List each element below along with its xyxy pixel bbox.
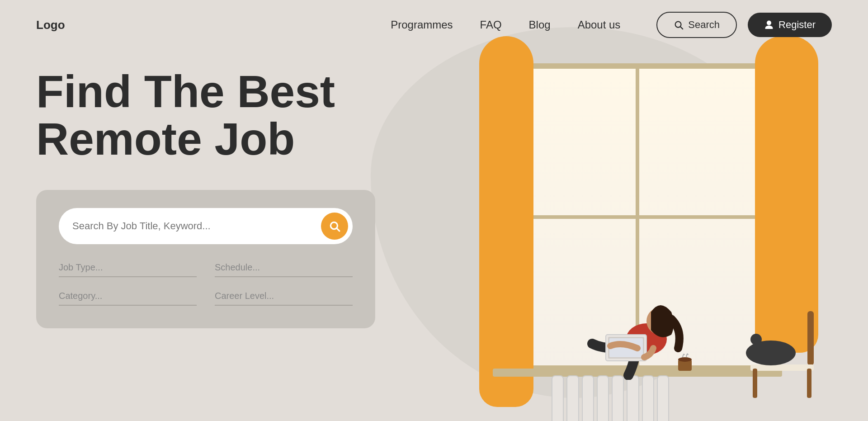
nav-links: Programmes FAQ Blog About us xyxy=(391,19,620,31)
nav-item-programmes[interactable]: Programmes xyxy=(391,19,453,31)
search-panel: Job Type... Schedule... Category... Care… xyxy=(36,190,375,328)
user-icon xyxy=(764,20,774,30)
radiator-col-7 xyxy=(642,375,654,421)
radiator-col-1 xyxy=(552,375,564,421)
hero-headline-line1: Find The Best xyxy=(36,66,335,117)
radiator-col-4 xyxy=(597,375,609,421)
filter-career-level[interactable]: Career Level... xyxy=(215,291,353,306)
svg-point-10 xyxy=(678,357,692,362)
nav-actions: Search Register xyxy=(656,12,832,38)
svg-line-3 xyxy=(337,228,340,231)
nav-link-about[interactable]: About us xyxy=(578,19,621,31)
filter-career-level-label[interactable]: Career Level... xyxy=(215,291,274,301)
filter-schedule-label[interactable]: Schedule... xyxy=(215,262,260,272)
page-wrapper: Logo Programmes FAQ Blog About us Search xyxy=(0,0,868,421)
hero-headline-line2: Remote Job xyxy=(36,114,295,164)
search-button-label: Search xyxy=(688,19,720,31)
search-submit-icon xyxy=(329,220,340,232)
nav-item-faq[interactable]: FAQ xyxy=(480,19,502,31)
filter-grid: Job Type... Schedule... Category... Care… xyxy=(59,262,353,306)
filter-schedule[interactable]: Schedule... xyxy=(215,262,353,277)
chair-leg-left xyxy=(753,369,757,398)
hero-section: Find The Best Remote Job Job Type... xyxy=(0,50,868,328)
nav-link-faq[interactable]: FAQ xyxy=(480,19,502,31)
register-button-label: Register xyxy=(778,19,816,31)
search-icon xyxy=(674,20,684,30)
svg-line-1 xyxy=(680,27,683,29)
nav-logo: Logo xyxy=(36,18,65,32)
search-submit-button[interactable] xyxy=(321,213,348,240)
search-bar-row xyxy=(59,208,353,244)
nav-link-blog[interactable]: Blog xyxy=(529,19,551,31)
radiator-col-3 xyxy=(582,375,594,421)
search-button[interactable]: Search xyxy=(656,12,737,38)
hero-headline: Find The Best Remote Job xyxy=(36,68,353,163)
nav-link-programmes[interactable]: Programmes xyxy=(391,19,453,31)
radiator-col-6 xyxy=(627,375,639,421)
chair-leg-right xyxy=(807,369,811,398)
filter-category[interactable]: Category... xyxy=(59,291,197,306)
filter-job-type-label[interactable]: Job Type... xyxy=(59,262,103,272)
nav-item-blog[interactable]: Blog xyxy=(529,19,551,31)
navbar: Logo Programmes FAQ Blog About us Search xyxy=(0,0,868,50)
job-search-input[interactable] xyxy=(72,220,321,232)
radiator-col-2 xyxy=(566,375,579,421)
filter-category-label[interactable]: Category... xyxy=(59,291,102,301)
filter-job-type[interactable]: Job Type... xyxy=(59,262,197,277)
radiator-col-8 xyxy=(657,375,669,421)
nav-item-about[interactable]: About us xyxy=(578,19,621,31)
cat xyxy=(746,341,796,365)
register-button[interactable]: Register xyxy=(748,13,832,37)
radiator-col-5 xyxy=(612,375,624,421)
chair-seat xyxy=(750,364,814,371)
